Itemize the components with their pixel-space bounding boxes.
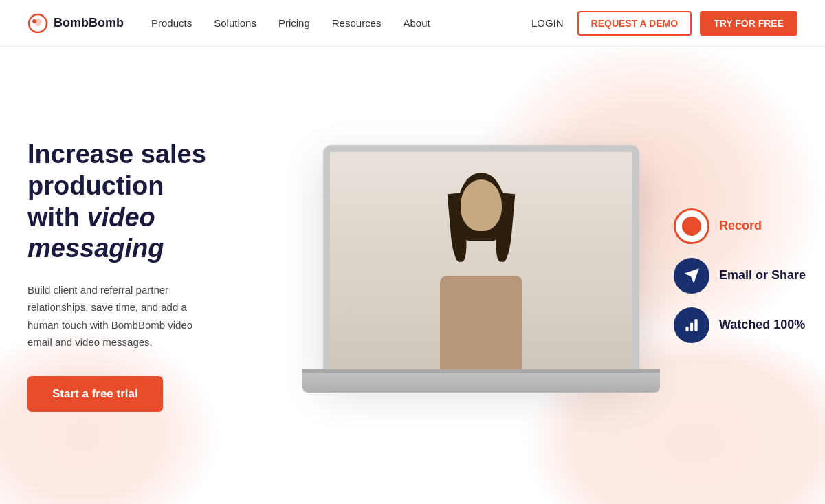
camera-dot: [479, 146, 483, 151]
person-silhouette: [330, 152, 632, 372]
person-body: [426, 179, 536, 372]
nav-products[interactable]: Products: [151, 17, 192, 29]
laptop-screen-inner: [330, 152, 632, 372]
record-label: Record: [719, 219, 762, 233]
svg-rect-2: [685, 327, 688, 331]
navigation: BombBomb Products Solutions Pricing Reso…: [0, 0, 825, 47]
nav-pricing[interactable]: Pricing: [278, 17, 310, 29]
hero-right: Record Email or Share Watched 100%: [674, 208, 825, 343]
laptop-base: [302, 373, 660, 393]
hero-description: Build client and referral partner relati…: [28, 281, 220, 351]
person-head: [461, 179, 502, 231]
nav-actions: LOGIN REQUEST A DEMO TRY FOR FREE: [531, 11, 798, 36]
watch-label: Watched 100%: [719, 318, 805, 332]
record-icon-circle: [674, 208, 710, 244]
logo-icon: [28, 13, 48, 34]
laptop-wrapper: [302, 145, 660, 406]
share-label: Email or Share: [719, 268, 806, 283]
try-free-button[interactable]: TRY FOR FREE: [700, 11, 798, 36]
record-dot: [682, 217, 701, 236]
watch-icon-circle: [674, 307, 710, 343]
nav-links: Products Solutions Pricing Resources Abo…: [151, 17, 531, 29]
svg-point-1: [32, 19, 36, 23]
svg-rect-4: [694, 319, 697, 331]
hero-title-line1: Increase sales production: [28, 140, 206, 200]
feature-record: Record: [674, 208, 762, 244]
nav-solutions[interactable]: Solutions: [214, 17, 256, 29]
laptop-screen: [323, 145, 639, 379]
nav-resources[interactable]: Resources: [332, 17, 382, 29]
hero-title: Increase sales production with video mes…: [28, 139, 289, 264]
share-icon-circle: [674, 258, 710, 294]
watch-icon: [683, 316, 701, 334]
feature-watch: Watched 100%: [674, 307, 805, 343]
request-demo-button[interactable]: REQUEST A DEMO: [578, 11, 692, 36]
login-link[interactable]: LOGIN: [531, 17, 564, 29]
nav-about[interactable]: About: [403, 17, 430, 29]
logo[interactable]: BombBomb: [28, 13, 124, 34]
hero-title-line2: with: [28, 203, 87, 232]
hero-center: [289, 145, 674, 406]
person-torso-cloth: [440, 276, 522, 372]
svg-rect-3: [690, 322, 693, 331]
logo-text: BombBomb: [54, 16, 124, 30]
start-trial-button[interactable]: Start a free trial: [28, 376, 163, 412]
share-icon: [683, 267, 701, 285]
hero-section: Increase sales production with video mes…: [0, 47, 825, 504]
hero-left: Increase sales production with video mes…: [0, 139, 289, 411]
feature-share: Email or Share: [674, 258, 806, 294]
